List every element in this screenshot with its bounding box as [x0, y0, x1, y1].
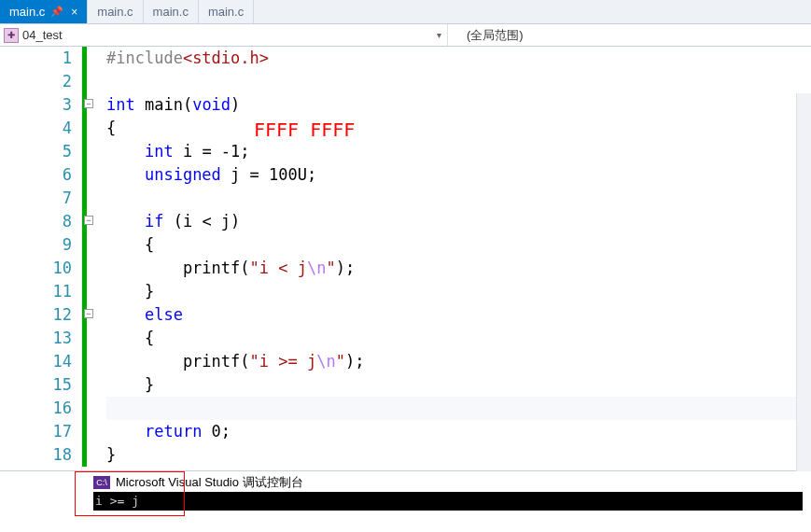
line-number: 17	[0, 420, 72, 443]
line-number: 9	[0, 233, 72, 257]
token: )	[231, 95, 240, 114]
console-output[interactable]: i >= j	[93, 492, 803, 511]
console-output-line: i >= j	[95, 494, 139, 508]
token	[106, 165, 145, 184]
token-keyword: if	[145, 212, 163, 231]
line-number: 10	[0, 257, 72, 280]
token: }	[106, 282, 154, 301]
token: }	[106, 375, 154, 394]
token-string: "	[326, 259, 335, 277]
code-area[interactable]: FFFF FFFF #include<stdio.h> int main(voi…	[95, 47, 811, 470]
token: 0;	[202, 422, 231, 441]
fold-toggle-icon[interactable]: −	[84, 216, 93, 225]
scope-bar: ✚ 04_test ▾ (全局范围)	[0, 24, 811, 47]
token: i = -1;	[174, 142, 250, 161]
project-name: 04_test	[22, 28, 63, 42]
close-icon[interactable]: ×	[71, 6, 77, 19]
line-number: 7	[0, 187, 72, 210]
line-number: 14	[0, 350, 72, 373]
line-number: 13	[0, 327, 72, 350]
token: (i < j)	[163, 212, 240, 231]
vertical-scrollbar[interactable]	[796, 93, 811, 518]
member-scope-dropdown[interactable]: (全局范围)	[448, 27, 811, 44]
annotation-ffff: FFFF FFFF	[254, 119, 355, 142]
token	[106, 212, 145, 231]
code-editor[interactable]: 1 2 3 4 5 6 7 8 9 10 11 12 13 14 15 16 1…	[0, 47, 811, 471]
token: );	[336, 259, 355, 277]
tab-main-c-1[interactable]: main.c	[88, 0, 143, 23]
token: {	[106, 329, 154, 347]
token: main(	[135, 95, 192, 114]
token-escape: \n	[307, 259, 326, 277]
line-number: 4	[0, 117, 72, 140]
line-number: 11	[0, 280, 72, 303]
line-number: 16	[0, 397, 72, 420]
token-keyword: int	[106, 95, 135, 114]
tab-bar: main.c 📌 × main.c main.c main.c	[0, 0, 811, 24]
token-preproc: #include	[106, 49, 183, 67]
tab-main-c-active[interactable]: main.c 📌 ×	[0, 0, 88, 23]
tab-main-c-3[interactable]: main.c	[199, 0, 254, 23]
line-number: 12	[0, 303, 72, 327]
tab-label: main.c	[9, 5, 45, 19]
change-marker	[82, 47, 87, 467]
console-title: Microsoft Visual Studio 调试控制台	[116, 474, 303, 491]
line-number: 18	[0, 443, 72, 467]
token: }	[106, 445, 116, 464]
token	[106, 422, 145, 441]
token: {	[106, 119, 116, 137]
line-number-gutter: 1 2 3 4 5 6 7 8 9 10 11 12 13 14 15 16 1…	[0, 47, 82, 470]
token	[106, 142, 145, 161]
project-icon: ✚	[4, 28, 19, 43]
pin-icon[interactable]: 📌	[50, 6, 63, 18]
token	[106, 305, 145, 324]
token: {	[106, 235, 154, 254]
line-number: 5	[0, 140, 72, 163]
token-escape: \n	[316, 352, 335, 371]
scope-label: (全局范围)	[467, 28, 524, 42]
debug-console-area: C:\ Microsoft Visual Studio 调试控制台 i >= j	[0, 471, 811, 531]
line-number: 1	[0, 47, 72, 70]
line-number: 2	[0, 70, 72, 93]
fold-toggle-icon[interactable]: −	[84, 99, 93, 108]
token: );	[345, 352, 364, 371]
token-keyword: int	[145, 142, 174, 161]
line-number: 3	[0, 93, 72, 117]
console-titlebar: C:\ Microsoft Visual Studio 调试控制台	[93, 474, 303, 491]
fold-toggle-icon[interactable]: −	[84, 309, 93, 318]
line-number: 15	[0, 373, 72, 397]
line-number: 6	[0, 163, 72, 187]
token-keyword: else	[145, 305, 183, 324]
token-keyword: unsigned	[145, 165, 221, 184]
token-string: "	[336, 352, 345, 371]
token: j = 100U;	[221, 165, 316, 184]
token: printf(	[106, 259, 250, 277]
token-include: <stdio.h>	[183, 49, 269, 67]
token-string: "i < j	[250, 259, 307, 277]
token-keyword: void	[192, 95, 231, 114]
fold-gutter: − − −	[82, 47, 95, 470]
tab-label: main.c	[153, 5, 189, 19]
tab-main-c-2[interactable]: main.c	[144, 0, 199, 23]
token: printf(	[106, 352, 250, 371]
project-scope-dropdown[interactable]: ✚ 04_test ▾	[0, 24, 448, 46]
token-keyword: return	[145, 422, 202, 441]
console-icon: C:\	[93, 476, 110, 489]
tab-label: main.c	[208, 5, 244, 19]
tab-label: main.c	[97, 5, 133, 19]
line-number: 8	[0, 210, 72, 233]
token-string: "i >= j	[250, 352, 317, 371]
chevron-down-icon[interactable]: ▾	[437, 30, 441, 40]
